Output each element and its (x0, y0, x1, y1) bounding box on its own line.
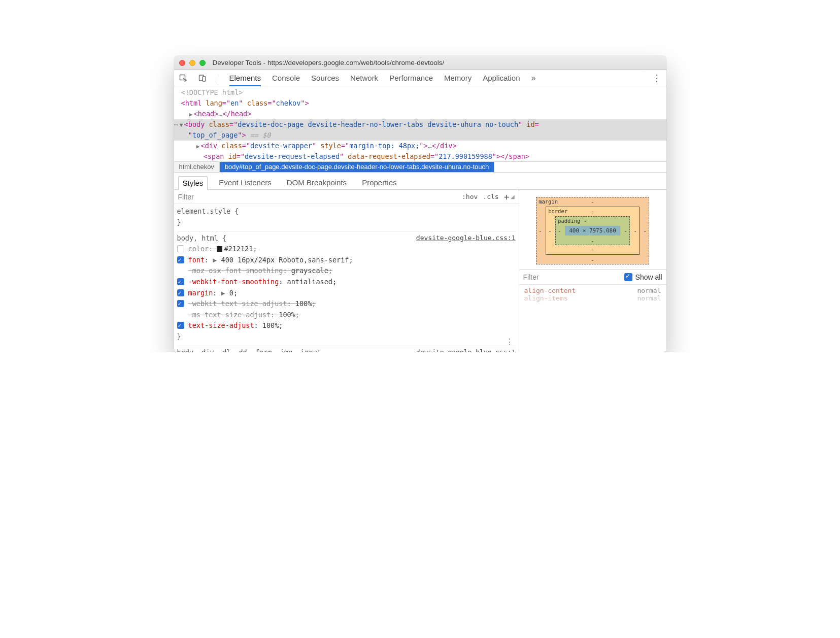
bm-margin-label: margin (539, 198, 558, 205)
styles-pane: :hov .cls + ◢ element.style { } devsite-… (174, 190, 519, 352)
svg-rect-2 (203, 77, 206, 81)
prop-toggle[interactable] (177, 289, 184, 296)
show-all-checkbox[interactable] (624, 273, 632, 281)
computed-row[interactable]: align-contentnormal (524, 287, 661, 294)
main-tab-bar: Elements Console Sources Network Perform… (174, 70, 666, 86)
more-tabs-icon[interactable]: » (531, 74, 536, 83)
rule-body-html[interactable]: devsite-google-blue.css:1 body, html { c… (177, 232, 516, 346)
tab-memory[interactable]: Memory (444, 71, 472, 85)
prop-ms-text-size[interactable]: -ms-text-size-adjust: 100%; (177, 310, 516, 321)
rule-menu-icon[interactable]: ⋮ (506, 341, 514, 344)
breadcrumb-rest (494, 162, 666, 172)
rule-body-div-etc[interactable]: devsite-google-blue.css:1 body, div, dl,… (177, 346, 516, 353)
breadcrumb-html[interactable]: html.chekov (174, 162, 220, 172)
prop-toggle[interactable] (177, 278, 184, 285)
prop-toggle[interactable] (177, 256, 184, 263)
computed-filter-label[interactable]: Filter (523, 273, 539, 281)
computed-filter-row: Filter Show all (519, 270, 666, 285)
dom-doctype[interactable]: <!DOCTYPE html> (174, 87, 666, 98)
source-link[interactable]: devsite-google-blue.css:1 (416, 233, 516, 244)
window-controls (179, 60, 206, 66)
dom-html-open[interactable]: <html lang="en" class="chekov"> (174, 98, 666, 109)
lower-split: :hov .cls + ◢ element.style { } devsite-… (174, 190, 666, 352)
css-rules-list[interactable]: element.style { } devsite-google-blue.cs… (174, 204, 519, 352)
titlebar: Developer Tools - https://developers.goo… (174, 56, 666, 70)
tab-console[interactable]: Console (272, 71, 300, 85)
box-model[interactable]: margin - - - - border - - - - padding - … (519, 190, 666, 270)
prop-font[interactable]: font: ▶ 400 16px/24px Roboto,sans-serif; (177, 255, 516, 266)
hov-toggle[interactable]: :hov (462, 193, 478, 200)
prop-toggle[interactable] (177, 300, 184, 307)
filter-corner-icon[interactable]: ◢ (511, 194, 515, 199)
prop-toggle[interactable] (177, 245, 184, 252)
device-toolbar-icon[interactable] (198, 74, 207, 82)
settings-kebab-icon[interactable]: ⋮ (652, 73, 661, 84)
prop-moz-smoothing[interactable]: -moz-osx-font-smoothing: grayscale; (177, 265, 516, 277)
prop-webkit-smoothing[interactable]: -webkit-font-smoothing: antialiased; (177, 277, 516, 288)
subtab-dom-breakpoints[interactable]: DOM Breakpoints (283, 176, 351, 189)
tab-application[interactable]: Application (483, 71, 520, 85)
dom-tree[interactable]: <!DOCTYPE html> <html lang="en" class="c… (174, 86, 666, 161)
prop-toggle[interactable] (177, 322, 184, 329)
tab-network[interactable]: Network (350, 71, 378, 85)
subtab-styles[interactable]: Styles (178, 176, 208, 190)
devtools-window: Developer Tools - https://developers.goo… (174, 56, 666, 352)
tab-performance[interactable]: Performance (389, 71, 433, 85)
minimize-window-button[interactable] (189, 60, 195, 66)
bm-padding-label: padding - (558, 218, 587, 224)
subtab-event-listeners[interactable]: Event Listeners (215, 176, 275, 189)
computed-list[interactable]: align-contentnormal align-itemsnormal (519, 285, 666, 304)
prop-color[interactable]: color: #212121; (177, 244, 516, 255)
prop-webkit-text-size[interactable]: -webkit-text-size-adjust: 100%; (177, 298, 516, 310)
styles-filter-input[interactable] (178, 193, 457, 201)
computed-pane: margin - - - - border - - - - padding - … (519, 190, 666, 352)
prop-margin[interactable]: margin: ▶ 0; (177, 288, 516, 299)
show-all-label[interactable]: Show all (635, 273, 662, 281)
source-link[interactable]: devsite-google-blue.css:1 (416, 347, 516, 353)
dom-span-elapsed[interactable]: <span id="devsite-request-elapsed" data-… (174, 151, 666, 162)
breadcrumb-body[interactable]: body#top_of_page.devsite-doc-page.devsit… (220, 162, 494, 172)
rule-element-style[interactable]: element.style { } (177, 205, 516, 231)
tab-elements[interactable]: Elements (229, 71, 261, 86)
dom-div-wrapper[interactable]: ▶<div class="devsite-wrapper" style="mar… (174, 141, 666, 151)
window-title: Developer Tools - https://developers.goo… (213, 59, 445, 66)
prop-text-size-adjust[interactable]: text-size-adjust: 100%; (177, 320, 516, 331)
close-window-button[interactable] (179, 60, 185, 66)
dom-head-collapsed[interactable]: ▶<head>…</head> (174, 109, 666, 119)
bm-content-size: 400 × 7975.080 (565, 226, 620, 236)
new-style-rule-button[interactable]: + (504, 191, 510, 202)
subtab-properties[interactable]: Properties (358, 176, 400, 189)
tab-sources[interactable]: Sources (311, 71, 339, 85)
inspect-element-icon[interactable] (179, 74, 187, 82)
styles-filter-row: :hov .cls + ◢ (174, 190, 519, 204)
computed-row[interactable]: align-itemsnormal (524, 294, 661, 302)
dom-body-selected[interactable]: ⋯▼ <body class="devsite-doc-page devsite… (174, 119, 666, 141)
cls-toggle[interactable]: .cls (483, 193, 498, 200)
zoom-window-button[interactable] (199, 60, 206, 66)
bm-border-label: border (548, 208, 567, 214)
dom-breadcrumb: html.chekov body#top_of_page.devsite-doc… (174, 161, 666, 173)
styles-sub-tabs: Styles Event Listeners DOM Breakpoints P… (174, 173, 666, 190)
